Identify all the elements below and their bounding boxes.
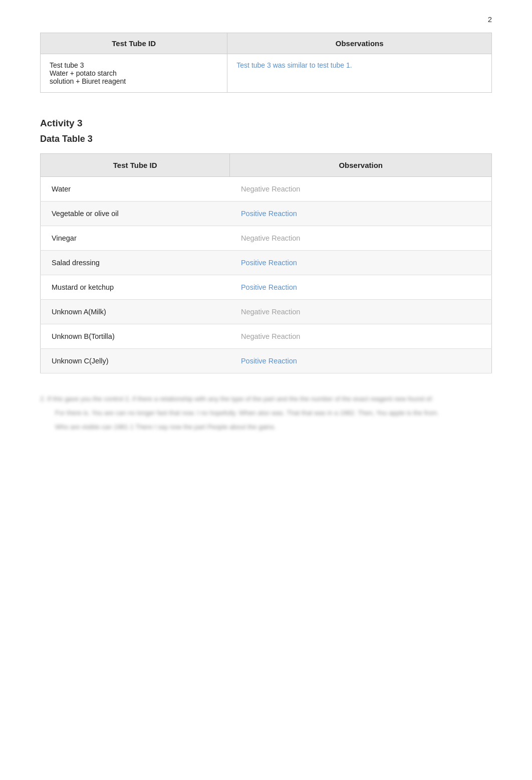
table-row: Unknown B(Tortilla)Negative Reaction	[41, 324, 492, 349]
blurred-line: For there is. You are can no longer fast…	[55, 408, 492, 419]
observation-cell: Negative Reaction	[230, 177, 492, 202]
table-row: Vegetable or olive oilPositive Reaction	[41, 202, 492, 226]
table-row: Unknown C(Jelly)Positive Reaction	[41, 349, 492, 373]
tube-id-cell: Unknown A(Milk)	[41, 300, 230, 324]
data-table-3: Test Tube ID Observation WaterNegative R…	[40, 153, 492, 373]
table-row: VinegarNegative Reaction	[41, 226, 492, 251]
tube-id-cell: Unknown C(Jelly)	[41, 349, 230, 373]
tube-id-cell: Water	[41, 177, 230, 202]
tube-id-cell: Vegetable or olive oil	[41, 202, 230, 226]
blurred-line: Who are visible can 1981 1 There I say n…	[55, 422, 492, 433]
blurred-text-block: 2. If this gave you the control 2, if th…	[40, 394, 492, 433]
top-table-row: Test tube 3 Water + potato starch soluti…	[41, 54, 492, 93]
table-row: Mustard or ketchupPositive Reaction	[41, 275, 492, 300]
top-table-tube-id: Test tube 3 Water + potato starch soluti…	[41, 54, 227, 93]
activity-heading: Activity 3	[40, 118, 492, 129]
observation-cell: Positive Reaction	[230, 251, 492, 275]
table-row: WaterNegative Reaction	[41, 177, 492, 202]
observation-cell: Positive Reaction	[230, 349, 492, 373]
top-table-col2-header: Observations	[227, 33, 492, 54]
main-table-col2-header: Observation	[230, 154, 492, 177]
observation-cell: Positive Reaction	[230, 275, 492, 300]
main-table-col1-header: Test Tube ID	[41, 154, 230, 177]
table-row: Salad dressingPositive Reaction	[41, 251, 492, 275]
observation-cell: Positive Reaction	[230, 202, 492, 226]
observation-cell: Negative Reaction	[230, 300, 492, 324]
blurred-line: 2. If this gave you the control 2, if th…	[40, 394, 492, 405]
tube-id-cell: Vinegar	[41, 226, 230, 251]
top-table-observation: Test tube 3 was similar to test tube 1.	[227, 54, 492, 93]
page-number: 2	[40, 15, 492, 24]
tube-id-cell: Mustard or ketchup	[41, 275, 230, 300]
observation-cell: Negative Reaction	[230, 324, 492, 349]
table-row: Unknown A(Milk)Negative Reaction	[41, 300, 492, 324]
top-table: Test Tube ID Observations Test tube 3 Wa…	[40, 33, 492, 93]
datatable-heading: Data Table 3	[40, 134, 492, 144]
observation-cell: Negative Reaction	[230, 226, 492, 251]
top-table-col1-header: Test Tube ID	[41, 33, 227, 54]
tube-id-cell: Salad dressing	[41, 251, 230, 275]
tube-id-cell: Unknown B(Tortilla)	[41, 324, 230, 349]
